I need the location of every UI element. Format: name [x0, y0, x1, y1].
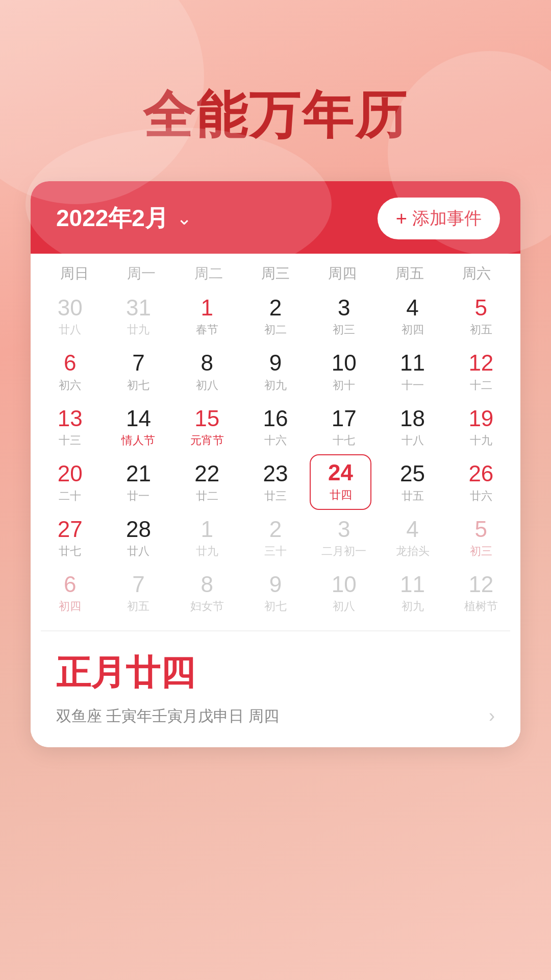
day-subtitle: 廿七 [59, 544, 81, 559]
table-row[interactable]: 27廿七 [36, 510, 104, 565]
table-row[interactable]: 12十二 [447, 344, 515, 399]
day-number: 20 [58, 461, 83, 486]
day-subtitle: 十九 [470, 433, 492, 448]
day-subtitle: 初六 [59, 378, 81, 393]
table-row[interactable]: 2初二 [241, 288, 310, 344]
day-number: 4 [406, 296, 418, 320]
table-row[interactable]: 20二十 [36, 454, 104, 509]
day-subtitle: 廿八 [127, 544, 149, 559]
table-row[interactable]: 3初三 [310, 288, 378, 344]
lunar-description[interactable]: 双鱼座 壬寅年壬寅月戊申日 周四 › [56, 705, 495, 727]
day-subtitle: 廿九 [196, 544, 218, 559]
table-row[interactable]: 15元宵节 [173, 399, 241, 454]
weekday-fri: 周五 [376, 264, 443, 283]
table-row[interactable]: 5初三 [447, 510, 515, 565]
day-number: 7 [132, 351, 144, 375]
day-subtitle: 初九 [402, 599, 424, 614]
day-number: 11 [400, 572, 425, 597]
table-row[interactable]: 1春节 [173, 288, 241, 344]
day-subtitle: 妇女节 [190, 599, 224, 614]
table-row[interactable]: 16十六 [241, 399, 310, 454]
day-number: 1 [201, 517, 213, 542]
table-row[interactable]: 10初十 [310, 344, 378, 399]
add-event-button[interactable]: + 添加事件 [378, 198, 500, 239]
day-number: 26 [468, 461, 493, 486]
day-number: 25 [400, 461, 425, 486]
day-subtitle: 廿一 [127, 488, 149, 504]
day-number: 14 [126, 406, 151, 431]
table-row[interactable]: 26廿六 [447, 454, 515, 509]
table-row[interactable]: 3二月初一 [310, 510, 378, 565]
day-subtitle: 廿二 [196, 488, 218, 504]
table-row[interactable]: 1廿九 [173, 510, 241, 565]
calendar-card: 2022年2月 ⌄ + 添加事件 周日 周一 周二 周三 周四 周五 周六 30… [31, 181, 520, 747]
table-row[interactable]: 30廿八 [36, 288, 104, 344]
table-row[interactable]: 2三十 [241, 510, 310, 565]
bottom-section: 正月廿四 双鱼座 壬寅年壬寅月戊申日 周四 › [31, 631, 520, 747]
table-row[interactable]: 23廿三 [241, 454, 310, 509]
table-row[interactable]: 7初七 [104, 344, 172, 399]
table-row[interactable]: 21廿一 [104, 454, 172, 509]
table-row[interactable]: 9初七 [241, 565, 310, 620]
table-row[interactable]: 4龙抬头 [378, 510, 446, 565]
day-subtitle: 初九 [264, 378, 287, 393]
table-row[interactable]: 31廿九 [104, 288, 172, 344]
table-row[interactable]: 28廿八 [104, 510, 172, 565]
table-row[interactable]: 4初四 [378, 288, 446, 344]
day-number: 30 [58, 296, 83, 320]
table-row[interactable]: 11初九 [378, 565, 446, 620]
table-row[interactable]: 9初九 [241, 344, 310, 399]
day-subtitle: 十六 [264, 433, 287, 448]
table-row[interactable]: 12植树节 [447, 565, 515, 620]
add-event-label: 添加事件 [412, 207, 482, 230]
day-subtitle: 春节 [196, 322, 218, 337]
day-subtitle: 情人节 [121, 433, 155, 448]
day-subtitle: 初七 [127, 378, 149, 393]
day-number: 8 [201, 572, 213, 597]
table-row[interactable]: 5初五 [447, 288, 515, 344]
table-row[interactable]: 19十九 [447, 399, 515, 454]
day-subtitle: 初七 [264, 599, 287, 614]
day-number: 28 [126, 517, 151, 542]
calendar-header: 2022年2月 ⌄ + 添加事件 [31, 181, 520, 254]
table-row[interactable]: 18十八 [378, 399, 446, 454]
table-row[interactable]: 10初八 [310, 565, 378, 620]
chevron-right-icon: › [489, 705, 495, 727]
day-subtitle: 二十 [59, 488, 81, 504]
day-number: 5 [475, 517, 487, 542]
table-row[interactable]: 13十三 [36, 399, 104, 454]
table-row[interactable]: 22廿二 [173, 454, 241, 509]
day-number: 24 [328, 460, 353, 485]
table-row[interactable]: 25廿五 [378, 454, 446, 509]
day-number: 2 [269, 296, 282, 320]
day-subtitle: 初八 [196, 378, 218, 393]
month-chevron-icon: ⌄ [177, 208, 192, 229]
day-subtitle: 十三 [59, 433, 81, 448]
table-row[interactable]: 6初四 [36, 565, 104, 620]
table-row[interactable]: 11十一 [378, 344, 446, 399]
table-row[interactable]: 7初五 [104, 565, 172, 620]
day-subtitle: 十一 [402, 378, 424, 393]
day-number: 6 [64, 572, 76, 597]
table-row[interactable]: 14情人节 [104, 399, 172, 454]
day-subtitle: 廿六 [470, 488, 492, 504]
table-row[interactable]: 6初六 [36, 344, 104, 399]
table-row[interactable]: 24廿四 [310, 454, 371, 509]
month-selector[interactable]: 2022年2月 ⌄ [56, 203, 192, 234]
day-number: 21 [126, 461, 151, 486]
table-row[interactable]: 8初八 [173, 344, 241, 399]
table-row[interactable]: 17十七 [310, 399, 378, 454]
day-subtitle: 廿五 [402, 488, 424, 504]
table-row[interactable]: 8妇女节 [173, 565, 241, 620]
day-number: 10 [332, 572, 357, 597]
day-number: 16 [263, 406, 288, 431]
day-number: 9 [269, 351, 282, 375]
day-number: 23 [263, 461, 288, 486]
day-subtitle: 初二 [264, 322, 287, 337]
weekday-tue: 周二 [175, 264, 242, 283]
day-subtitle: 初四 [402, 322, 424, 337]
day-number: 7 [132, 572, 144, 597]
weekday-thu: 周四 [309, 264, 376, 283]
day-subtitle: 廿九 [127, 322, 149, 337]
month-label: 2022年2月 [56, 203, 168, 234]
